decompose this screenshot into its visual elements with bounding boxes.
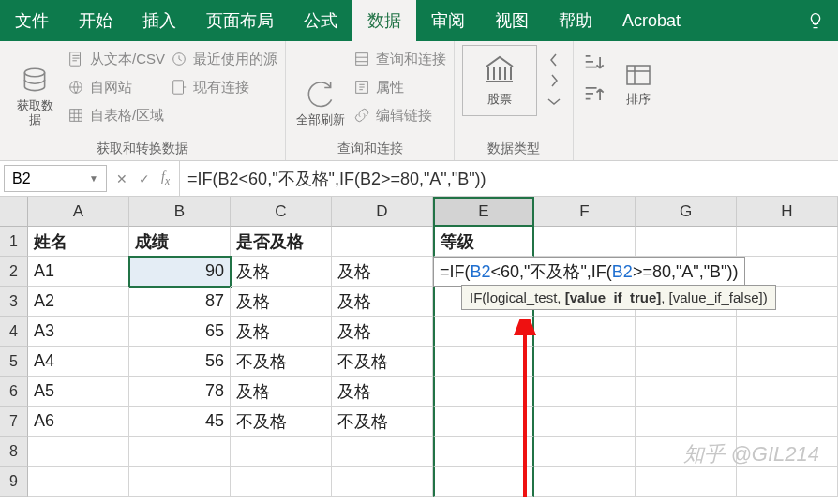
stocks-button[interactable]: 股票 [462,45,537,116]
cell[interactable]: 及格 [231,257,332,287]
cell[interactable] [433,317,534,347]
chevron-right-icon[interactable] [545,71,563,90]
cell[interactable] [636,317,737,347]
tab-review[interactable]: 审阅 [416,0,480,41]
col-header-C[interactable]: C [231,197,332,227]
col-header-H[interactable]: H [737,197,838,227]
col-header-E[interactable]: E [433,197,534,227]
tab-help[interactable]: 帮助 [544,0,607,41]
cell[interactable]: 不及格 [332,347,433,377]
tab-insert[interactable]: 插入 [127,0,191,41]
cell[interactable]: 及格 [332,317,433,347]
tab-formulas[interactable]: 公式 [289,0,352,41]
cell[interactable] [737,317,838,347]
cell[interactable]: 78 [129,377,231,407]
cell[interactable] [737,407,838,437]
cell[interactable]: A3 [28,317,129,347]
cell[interactable] [534,377,636,407]
select-all-button[interactable] [0,197,28,227]
cell[interactable]: 不及格 [231,407,332,437]
row-header[interactable]: 7 [0,407,28,437]
cell[interactable]: 成绩 [129,227,231,257]
editing-cell-overlay[interactable]: =IF(B2<60,"不及格",IF(B2>=80,"A","B")) [433,257,745,287]
tab-home[interactable]: 开始 [64,0,127,41]
col-header-G[interactable]: G [636,197,737,227]
formula-input[interactable]: =IF(B2<60,"不及格",IF(B2>=80,"A","B")) [180,161,838,196]
row-header[interactable]: 5 [0,347,28,377]
cell[interactable] [636,407,737,437]
row-header[interactable]: 3 [0,287,28,317]
chevron-down-icon[interactable]: ▼ [89,173,98,184]
tab-view[interactable]: 视图 [480,0,544,41]
insert-function-button[interactable]: fx [161,170,170,187]
cell[interactable] [129,467,231,497]
worksheet-grid[interactable]: A B C D E F G H 1 姓名 成绩 是否及格 等级 2 A1 90 … [0,197,838,497]
cell[interactable]: 87 [129,287,231,317]
cell[interactable]: 不及格 [231,347,332,377]
cell[interactable] [332,227,433,257]
tell-me[interactable] [793,0,838,41]
queries-connections-button[interactable]: 查询和连接 [353,47,446,71]
cell[interactable] [534,407,636,437]
cell[interactable]: 及格 [332,257,433,287]
refresh-all-button[interactable]: 全部刷新 [293,45,348,127]
cell[interactable]: 是否及格 [231,227,332,257]
sort-asc-icon[interactable] [581,51,606,75]
col-header-B[interactable]: B [129,197,231,227]
cell[interactable] [737,377,838,407]
sort-desc-icon[interactable] [581,82,606,107]
tab-file[interactable]: 文件 [0,0,64,41]
cell[interactable]: 等级 [433,227,534,257]
tab-page-layout[interactable]: 页面布局 [191,0,289,41]
cell[interactable] [737,347,838,377]
cell[interactable]: 及格 [231,377,332,407]
cell[interactable] [636,377,737,407]
cell[interactable]: 姓名 [28,227,129,257]
cell[interactable]: 不及格 [332,407,433,437]
cell[interactable]: 及格 [231,287,332,317]
cell[interactable] [433,467,534,497]
from-text-csv-button[interactable]: 从文本/CSV [67,47,165,71]
edit-links-button[interactable]: 编辑链接 [353,103,446,127]
existing-conn-button[interactable]: 现有连接 [171,75,277,99]
chevron-left-icon[interactable] [545,51,563,69]
cell[interactable] [534,467,636,497]
cell[interactable] [534,227,636,257]
cell[interactable] [332,467,433,497]
cell[interactable] [433,377,534,407]
cell[interactable]: A4 [28,347,129,377]
tab-acrobat[interactable]: Acrobat [607,0,696,41]
cell[interactable] [129,437,231,467]
cell[interactable]: A5 [28,377,129,407]
cell[interactable]: 及格 [231,317,332,347]
cell-B2[interactable]: 90 [129,257,231,287]
cell[interactable] [534,317,636,347]
from-web-button[interactable]: 自网站 [67,75,165,99]
cell[interactable] [433,407,534,437]
row-header[interactable]: 9 [0,467,28,497]
cell[interactable] [636,227,737,257]
col-header-A[interactable]: A [28,197,129,227]
get-data-button[interactable]: 获取数 据 [7,45,62,127]
cell[interactable]: 45 [129,407,231,437]
enter-icon[interactable]: ✓ [139,171,150,186]
cell[interactable] [231,467,332,497]
cell[interactable]: 65 [129,317,231,347]
recent-sources-button[interactable]: 最近使用的源 [171,47,277,71]
row-header[interactable]: 2 [0,257,28,287]
row-header[interactable]: 8 [0,437,28,467]
cell[interactable] [28,437,129,467]
cell[interactable] [534,437,636,467]
cell[interactable] [737,257,838,287]
cell[interactable] [433,437,534,467]
cell[interactable]: A6 [28,407,129,437]
properties-button[interactable]: 属性 [353,75,446,99]
cell[interactable]: A2 [28,287,129,317]
cell[interactable] [231,437,332,467]
cell[interactable]: A1 [28,257,129,287]
row-header[interactable]: 4 [0,317,28,347]
tab-data[interactable]: 数据 [352,0,416,41]
cell[interactable] [737,467,838,497]
name-box[interactable]: B2▼ [4,165,107,192]
cell[interactable] [534,347,636,377]
